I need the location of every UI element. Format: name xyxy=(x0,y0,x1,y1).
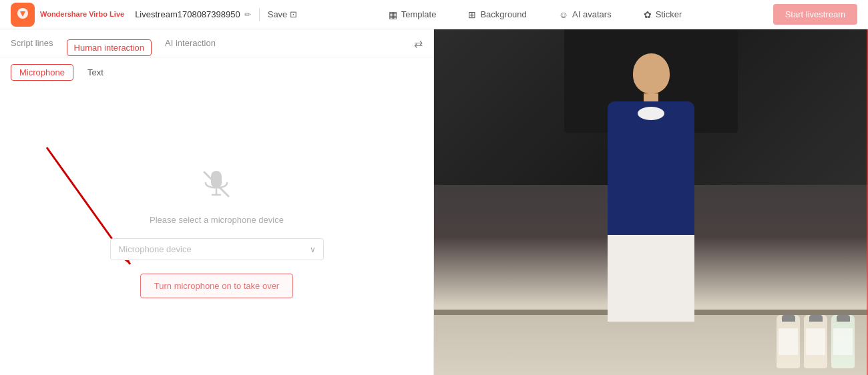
person-neck xyxy=(644,93,658,101)
product-bottle-3 xyxy=(831,315,855,368)
person-pants xyxy=(608,235,694,322)
mic-hint-text: Please select a microphone device xyxy=(150,215,284,225)
ai-avatars-label: AI avatars xyxy=(572,9,612,19)
sub-tab-microphone[interactable]: Microphone xyxy=(11,64,73,81)
turn-microphone-on-button[interactable]: Turn microphone on to take over xyxy=(140,274,293,298)
logo-brand-name: Wondershare Virbo Live xyxy=(40,10,124,19)
avatar-person xyxy=(608,53,694,322)
logo-area: Wondershare Virbo Live xyxy=(11,3,124,27)
person-head xyxy=(633,53,670,93)
main-layout: Script lines Human interaction AI intera… xyxy=(0,29,868,375)
mic-slash-icon xyxy=(198,165,235,203)
tab-ai-interaction[interactable]: AI interaction xyxy=(165,38,216,56)
sticker-label: Sticker xyxy=(656,9,682,19)
background-icon: ⊞ xyxy=(468,9,476,20)
microphone-dropdown-wrapper: Microphone device ∨ // Set placeholder t… xyxy=(110,238,324,260)
mic-area: Please select a microphone device xyxy=(150,164,284,225)
edit-icon[interactable]: ✏ xyxy=(244,10,251,19)
nav-ai-avatars[interactable]: ☺ AI avatars xyxy=(554,7,617,23)
preview-area xyxy=(434,29,868,375)
mic-icon-circle xyxy=(196,164,236,204)
template-icon: ▦ xyxy=(389,9,397,20)
start-livestream-button[interactable]: Start livestream xyxy=(773,4,857,25)
product-bottle-1 xyxy=(777,315,800,368)
template-label: Template xyxy=(401,9,437,19)
nav-sticker[interactable]: ✿ Sticker xyxy=(638,7,688,23)
header-nav: ▦ Template ⊞ Background ☺ AI avatars ✿ S… xyxy=(297,7,773,23)
sub-tabs-row: Microphone Text xyxy=(0,57,433,87)
tab-script-lines[interactable]: Script lines xyxy=(11,38,53,56)
left-panel: Script lines Human interaction AI intera… xyxy=(0,29,434,375)
header-divider xyxy=(259,8,260,21)
ai-avatars-icon: ☺ xyxy=(559,9,568,20)
tabs-row: Script lines Human interaction AI intera… xyxy=(0,29,433,57)
livestream-name-area: Livestream1708087398950 ✏ xyxy=(135,9,251,19)
sticker-icon: ✿ xyxy=(644,9,652,20)
products-area xyxy=(777,315,855,368)
background-label: Background xyxy=(480,9,526,19)
header: Wondershare Virbo Live Livestream1708087… xyxy=(0,0,868,29)
microphone-device-select[interactable]: Microphone device xyxy=(110,238,324,260)
livestream-title: Livestream1708087398950 xyxy=(135,9,240,19)
save-label: Save xyxy=(268,9,288,19)
product-bottle-2 xyxy=(804,315,827,368)
save-button[interactable]: Save ⊡ xyxy=(268,9,298,19)
nav-template[interactable]: ▦ Template xyxy=(383,7,442,23)
right-panel xyxy=(434,29,868,375)
sub-tab-text[interactable]: Text xyxy=(79,64,112,81)
tab-human-interaction[interactable]: Human interaction xyxy=(67,39,152,56)
filter-icon[interactable]: ⇄ xyxy=(414,37,423,57)
virbo-logo-icon xyxy=(11,3,35,27)
person-body xyxy=(608,101,694,235)
save-icon: ⊡ xyxy=(290,9,297,19)
nav-background[interactable]: ⊞ Background xyxy=(463,7,531,23)
content-area: Please select a microphone device Microp… xyxy=(0,87,433,375)
red-arrow-annotation xyxy=(27,141,160,288)
